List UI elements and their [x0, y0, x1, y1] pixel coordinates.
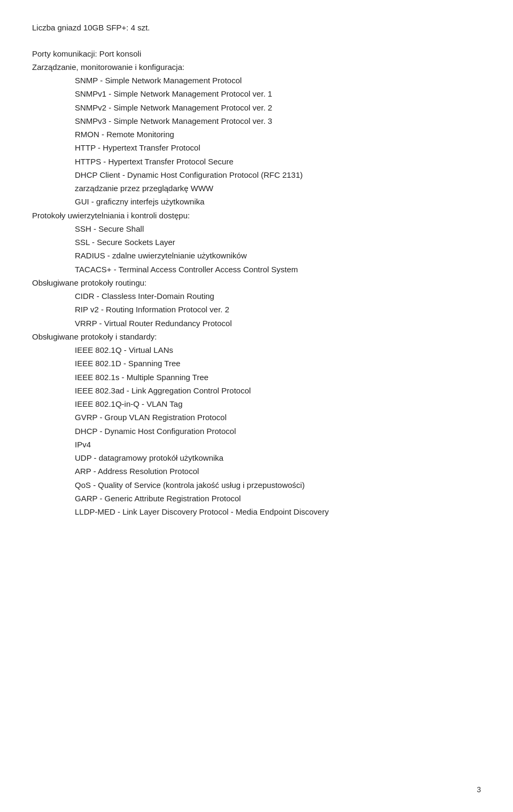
standardy-list: IEEE 802.1Q - Virtual LANs IEEE 802.1D -… [32, 344, 481, 518]
list-item: SSH - Secure Shall [75, 223, 481, 235]
list-item: GUI - graficzny interfejs użytkownika [75, 195, 481, 208]
list-item: VRRP - Virtual Router Redundancy Protoco… [75, 317, 481, 329]
list-item: HTTPS - Hypertext Transfer Protocol Secu… [75, 155, 481, 168]
list-item: TACACS+ - Terminal Access Controller Acc… [75, 263, 481, 275]
zarzadzanie-list: SNMP - Simple Network Management Protoco… [32, 74, 481, 208]
header-line: Liczba gniazd 10GB SFP+: 4 szt. [32, 21, 481, 34]
list-item: DHCP Client - Dynamic Host Configuration… [75, 169, 481, 181]
list-item: SNMPv3 - Simple Network Management Proto… [75, 115, 481, 127]
list-item: RIP v2 - Routing Information Protocol ve… [75, 303, 481, 316]
list-item: RMON - Remote Monitoring [75, 128, 481, 140]
list-item: IEEE 802.3ad - Link Aggregation Control … [75, 384, 481, 397]
list-item: QoS - Quality of Service (kontrola jakoś… [75, 479, 481, 491]
page-number: 3 [477, 784, 481, 796]
porty-label: Porty komunikacji: Port konsoli [32, 48, 481, 60]
list-item: SSL - Secure Sockets Layer [75, 236, 481, 248]
list-item: IEEE 802.1Q-in-Q - VLAN Tag [75, 398, 481, 410]
routing-header: Obsługiwane protokoły routingu: [32, 277, 481, 289]
list-item: IPv4 [75, 438, 481, 451]
list-item: LLDP-MED - Link Layer Discovery Protocol… [75, 506, 481, 518]
list-item: SNMPv2 - Simple Network Management Proto… [75, 101, 481, 114]
list-item: zarządzanie przez przeglądarkę WWW [75, 182, 481, 194]
list-item: IEEE 802.1D - Spanning Tree [75, 357, 481, 369]
list-item: RADIUS - zdalne uwierzytelnianie użytkow… [75, 249, 481, 262]
list-item: DHCP - Dynamic Host Configuration Protoc… [75, 425, 481, 437]
protokoly-list: SSH - Secure Shall SSL - Secure Sockets … [32, 223, 481, 275]
list-item: SNMPv1 - Simple Network Management Proto… [75, 88, 481, 100]
list-item: ARP - Address Resolution Protocol [75, 465, 481, 477]
list-item: GARP - Generic Attribute Registration Pr… [75, 492, 481, 504]
list-item: SNMP - Simple Network Management Protoco… [75, 74, 481, 86]
list-item: CIDR - Classless Inter-Domain Routing [75, 290, 481, 302]
list-item: IEEE 802.1Q - Virtual LANs [75, 344, 481, 356]
protokoly-header: Protokoły uwierzytelniania i kontroli do… [32, 209, 481, 222]
zarzadzanie-header: Zarządzanie, monitorowanie i konfiguracj… [32, 61, 481, 73]
list-item: HTTP - Hypertext Transfer Protocol [75, 141, 481, 154]
list-item: IEEE 802.1s - Multiple Spanning Tree [75, 371, 481, 383]
list-item: GVRP - Group VLAN Registration Protocol [75, 411, 481, 423]
standardy-header: Obsługiwane protokoły i standardy: [32, 330, 481, 343]
page-content: Liczba gniazd 10GB SFP+: 4 szt. Porty ko… [32, 21, 481, 518]
routing-list: CIDR - Classless Inter-Domain Routing RI… [32, 290, 481, 329]
list-item: UDP - datagramowy protokół użytkownika [75, 452, 481, 464]
